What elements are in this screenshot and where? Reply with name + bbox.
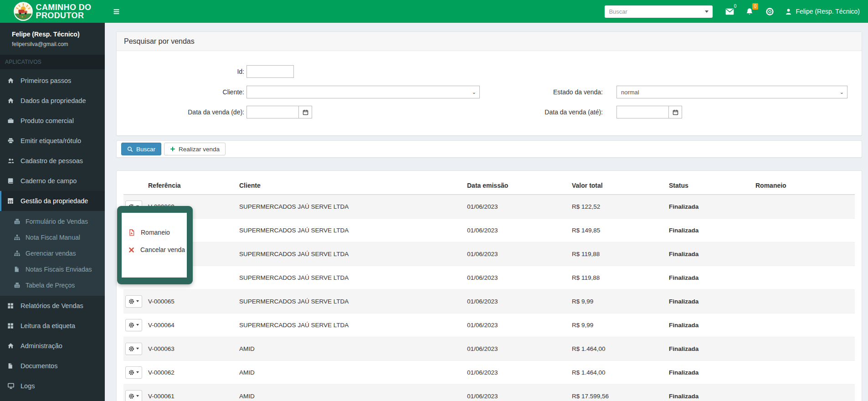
gear-icon (128, 393, 134, 399)
brand-logo[interactable]: CAMINHO DO PRODUTOR (0, 0, 105, 23)
cell-valor-total: R$ 1.464,00 (570, 337, 667, 360)
table-row: V-000062 AMID 01/06/2023 R$ 1.464,00 Fin… (123, 360, 855, 384)
data-de-input[interactable] (247, 106, 299, 118)
row-actions-button[interactable] (125, 295, 142, 308)
sidebar-item-logs[interactable]: Logs (0, 376, 105, 396)
cliente-label: Cliente: (117, 86, 244, 98)
user-menu-button[interactable]: Felipe (Resp. Técnico) (780, 0, 868, 23)
navbar-right: 0 0 Felipe (Resp. Técnico) (605, 0, 868, 23)
sidebar-item-relatorios-de-vendas[interactable]: Relatórios de Vendas (0, 296, 105, 316)
row-actions-button[interactable] (125, 343, 142, 355)
sidebar-item-emitir-etiqueta-rotulo[interactable]: Emitir etiqueta/rótulo (0, 131, 105, 151)
cell-status: Finalizada (667, 289, 754, 313)
help-button[interactable] (760, 0, 780, 23)
sidebar-submenu: Formulário de Vendas Nota Fiscal Manual … (0, 211, 105, 296)
sidebar-section-header: APLICATIVOS (0, 55, 105, 69)
data-ate-calendar-button[interactable] (669, 106, 682, 118)
life-ring-icon (766, 8, 774, 15)
main-content: Pesquisar por vendas Id: Cliente: ⌄ Esta… (105, 23, 868, 401)
sidebar-item-primeiros-passos[interactable]: Primeiros passos (0, 71, 105, 91)
cell-data-emissao: 01/06/2023 (465, 289, 570, 313)
cell-data-emissao: 01/06/2023 (465, 337, 570, 360)
col-data-emissao: Data emissão (465, 176, 570, 195)
cell-data-emissao: 01/06/2023 (465, 384, 570, 401)
cell-data-emissao: 01/06/2023 (465, 313, 570, 337)
id-input[interactable] (247, 65, 294, 78)
row-context-menu-list: Romaneio Cancelar venda (122, 213, 187, 278)
cell-cliente: SUPERMERCADOS JAÚ SERVE LTDA (237, 242, 465, 266)
cell-status: Finalizada (667, 218, 754, 242)
cell-valor-total: R$ 119,88 (570, 266, 667, 289)
sales-table: Referência Cliente Data emissão Valor to… (123, 176, 855, 401)
table-header-row: Referência Cliente Data emissão Valor to… (123, 176, 855, 195)
top-header: CAMINHO DO PRODUTOR 0 (0, 0, 868, 23)
context-menu-item-cancelar-venda[interactable]: Cancelar venda (122, 241, 187, 258)
row-actions-button[interactable] (125, 319, 142, 331)
table-row: V-000065 SUPERMERCADOS JAÚ SERVE LTDA 01… (123, 289, 855, 313)
sidebar-item-administracao[interactable]: Administração (0, 336, 105, 356)
search-caret-icon[interactable] (705, 10, 709, 13)
search-panel: Pesquisar por vendas Id: Cliente: ⌄ Esta… (116, 31, 862, 136)
sidebar-item-cadastro-de-pessoas[interactable]: Cadastro de pessoas (0, 151, 105, 171)
print-icon (7, 138, 21, 144)
context-menu-item-romaneio[interactable]: Romaneio (122, 224, 187, 241)
search-form: Id: Cliente: ⌄ Estado da venda: normal ⌄… (117, 51, 862, 135)
data-de-label: Data da venda (de): (117, 106, 244, 118)
cell-romaneio (754, 289, 855, 313)
messages-button[interactable]: 0 (719, 0, 740, 23)
sidebar: Felipe (Resp. Técnico) felipersilva@gmai… (0, 23, 105, 401)
sidebar-user-panel: Felipe (Resp. Técnico) felipersilva@gmai… (0, 23, 105, 55)
table-icon (7, 198, 21, 204)
cell-cliente: AMID (237, 337, 465, 360)
sidebar-item-gestao-da-propriedade[interactable]: Gestão da propriedade (0, 191, 105, 211)
cell-referencia: V-000062 (146, 360, 237, 384)
realizar-venda-button[interactable]: Realizar venda (164, 143, 226, 155)
fax-icon (14, 282, 26, 288)
cell-referencia: V-000061 (146, 384, 237, 401)
users-icon (7, 158, 21, 164)
data-ate-input[interactable] (616, 106, 669, 118)
estado-label: Estado da venda: (475, 86, 603, 98)
sidebar-subitem-formulario-de-vendas[interactable]: Formulário de Vendas (0, 213, 105, 229)
data-de-calendar-button[interactable] (299, 106, 312, 118)
cell-data-emissao: 01/06/2023 (465, 195, 570, 218)
cliente-select[interactable]: ⌄ (247, 86, 480, 98)
table-row: V-000063 AMID 01/06/2023 R$ 1.464,00 Fin… (123, 337, 855, 360)
cell-valor-total: R$ 149,85 (570, 218, 667, 242)
home-icon (7, 343, 21, 349)
sidebar-subitem-notas-fiscais-enviadas[interactable]: Notas Fiscais Enviadas (0, 261, 105, 277)
table-row: SUPERMERCADOS JAÚ SERVE LTDA 01/06/2023 … (123, 266, 855, 289)
file-icon (14, 266, 26, 272)
id-label: Id: (117, 65, 244, 78)
estado-select[interactable]: normal ⌄ (616, 86, 847, 98)
col-cliente: Cliente (237, 176, 465, 195)
row-actions-button[interactable] (125, 390, 142, 401)
sidebar-item-dados-da-propriedade[interactable]: Dados da propriedade (0, 91, 105, 111)
navbar: 0 0 Felipe (Resp. Técnico) (105, 0, 868, 23)
cell-valor-total: R$ 9,99 (570, 313, 667, 337)
notifications-button[interactable]: 0 (740, 0, 760, 23)
cell-romaneio (754, 242, 855, 266)
chevron-down-icon: ⌄ (840, 89, 844, 95)
sidebar-item-leitura-da-etiqueta[interactable]: Leitura da etiqueta (0, 316, 105, 336)
sidebar-item-caderno-de-campo[interactable]: Caderno de campo (0, 171, 105, 191)
gear-icon (128, 346, 134, 352)
table-row: SUPERMERCADOS JAÚ SERVE LTDA 01/06/2023 … (123, 242, 855, 266)
sidebar-toggle-button[interactable] (113, 0, 133, 23)
global-search-box[interactable] (605, 5, 713, 18)
sidebar-subitem-nota-fiscal-manual[interactable]: Nota Fiscal Manual (0, 229, 105, 245)
cell-valor-total: R$ 122,52 (570, 195, 667, 218)
buscar-button[interactable]: Buscar (121, 143, 161, 155)
sidebar-subitem-tabela-de-precos[interactable]: Tabela de Preços (0, 277, 105, 293)
sidebar-item-produto-comercial[interactable]: Produto comercial (0, 111, 105, 131)
row-actions-button[interactable] (125, 366, 142, 379)
sidebar-subitem-gerenciar-vendas[interactable]: Gerenciar vendas (0, 245, 105, 261)
cell-romaneio (754, 313, 855, 337)
global-search-input[interactable] (609, 8, 705, 15)
sidebar-item-documentos[interactable]: Documentos (0, 356, 105, 376)
data-ate-label: Data da venda (até): (475, 106, 603, 118)
cell-romaneio (754, 218, 855, 242)
cell-status: Finalizada (667, 266, 754, 289)
th-icon (7, 303, 21, 309)
envelope-icon (725, 8, 734, 15)
